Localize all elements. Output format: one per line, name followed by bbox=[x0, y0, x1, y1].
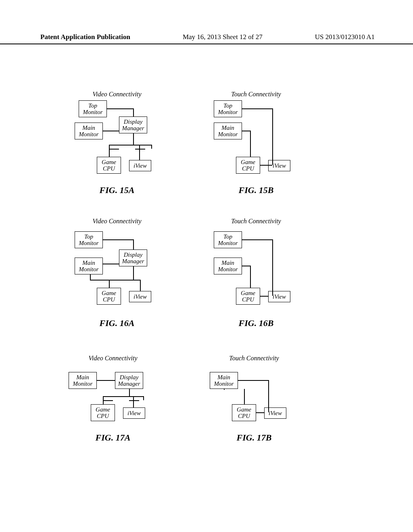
box-iview: iView bbox=[268, 160, 290, 171]
box-main-monitor: Main Monitor bbox=[210, 372, 238, 389]
figure-17b: Touch Connectivity Main Monitor Game CPU… bbox=[210, 355, 298, 443]
box-game-cpu: Game CPU bbox=[97, 157, 121, 174]
fig16b-caption: FIG. 16B bbox=[214, 318, 298, 328]
fig16a-caption: FIG. 16A bbox=[75, 318, 159, 328]
fig15a-caption: FIG. 15A bbox=[75, 185, 159, 195]
header-left: Patent Application Publication bbox=[40, 33, 130, 41]
header-right: US 2013/0123010 A1 bbox=[315, 33, 375, 41]
fig15b-caption: FIG. 15B bbox=[214, 185, 298, 195]
box-iview: iView bbox=[123, 407, 145, 419]
fig16b-title: Touch Connectivity bbox=[214, 218, 298, 225]
box-iview: iView bbox=[268, 291, 290, 302]
figure-17a: Video Connectivity Main Monitor Display … bbox=[69, 355, 157, 443]
fig15a-title: Video Connectivity bbox=[75, 91, 159, 98]
fig17a-caption: FIG. 17A bbox=[69, 432, 157, 443]
box-main-monitor: Main Monitor bbox=[214, 123, 242, 139]
box-iview: iView bbox=[129, 291, 151, 302]
figure-15a: Video Connectivity Top Monitor Main Moni… bbox=[75, 91, 159, 195]
box-top-monitor: Top Monitor bbox=[79, 100, 107, 117]
box-main-monitor: Main Monitor bbox=[75, 123, 103, 139]
box-display-manager: Display Manager bbox=[115, 372, 143, 389]
box-iview: iView bbox=[264, 407, 286, 419]
box-main-monitor: Main Monitor bbox=[69, 372, 97, 389]
box-top-monitor: Top Monitor bbox=[75, 231, 103, 248]
box-display-manager: Display Manager bbox=[119, 249, 147, 266]
box-game-cpu: Game CPU bbox=[236, 157, 260, 174]
box-game-cpu: Game CPU bbox=[236, 288, 260, 305]
fig15b-title: Touch Connectivity bbox=[214, 91, 298, 98]
box-top-monitor: Top Monitor bbox=[214, 100, 242, 117]
fig17b-title: Touch Connectivity bbox=[210, 355, 298, 362]
figure-16b: Touch Connectivity Top Monitor Main Moni… bbox=[214, 218, 298, 328]
page-header: Patent Application Publication May 16, 2… bbox=[0, 33, 413, 44]
box-game-cpu: Game CPU bbox=[91, 404, 115, 421]
box-main-monitor: Main Monitor bbox=[214, 258, 242, 274]
fig17b-caption: FIG. 17B bbox=[210, 432, 298, 443]
box-iview: iView bbox=[129, 160, 151, 171]
box-top-monitor: Top Monitor bbox=[214, 231, 242, 248]
figure-15b: Touch Connectivity Top Monitor Main Moni… bbox=[214, 91, 298, 195]
fig17a-title: Video Connectivity bbox=[69, 355, 157, 362]
box-game-cpu: Game CPU bbox=[97, 288, 121, 305]
box-game-cpu: Game CPU bbox=[232, 404, 256, 421]
box-main-monitor: Main Monitor bbox=[75, 258, 103, 274]
figure-16a: Video Connectivity Top Monitor Main Moni… bbox=[75, 218, 159, 328]
header-center: May 16, 2013 Sheet 12 of 27 bbox=[183, 33, 263, 41]
fig16a-title: Video Connectivity bbox=[75, 218, 159, 225]
box-display-manager: Display Manager bbox=[119, 116, 147, 133]
